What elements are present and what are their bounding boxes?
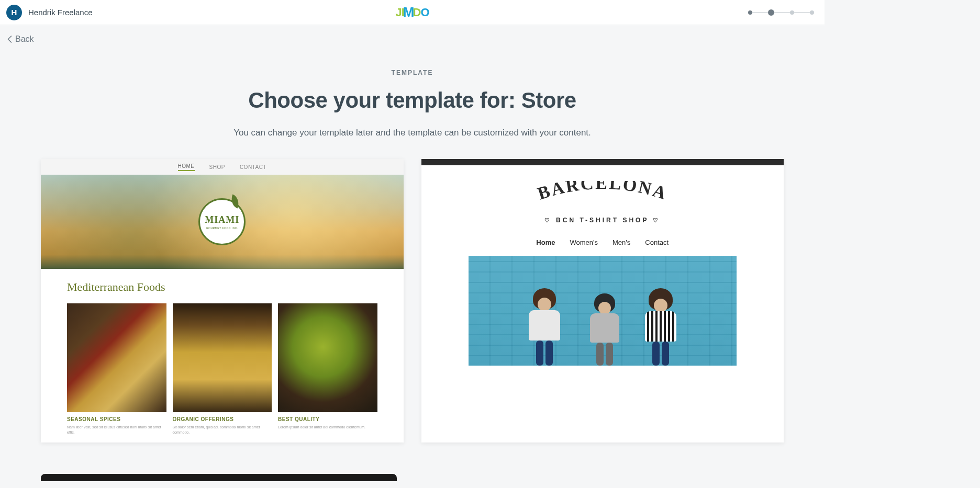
chevron-left-icon — [7, 36, 12, 43]
miami-col-title: SEASONAL SPICES — [67, 416, 166, 422]
back-row: Back — [0, 25, 825, 45]
progress-connector — [794, 12, 810, 13]
miami-preview-hero: MIAMI GOURMET FOOD INC. — [41, 175, 404, 269]
miami-nav-shop: SHOP — [209, 164, 225, 170]
page-title: Choose your template for: Store — [10, 88, 814, 113]
miami-col-text: Sit dolor sem etiam, quis ad, commodo mo… — [173, 425, 272, 435]
template-grid: HOME SHOP CONTACT MIAMI GOURMET FOOD INC… — [0, 159, 825, 458]
miami-logo-badge: MIAMI GOURMET FOOD INC. — [198, 198, 246, 245]
heart-icon: ♡ — [653, 217, 660, 224]
progress-step-2 — [768, 9, 774, 16]
miami-badge-name: MIAMI — [205, 214, 239, 225]
jimdo-logo[interactable]: J I M D O — [395, 4, 429, 20]
barcelona-preview-hero — [469, 256, 737, 366]
person-figure — [632, 288, 689, 366]
miami-badge-sub: GOURMET FOOD INC. — [206, 226, 238, 230]
heart-icon: ♡ — [544, 217, 552, 224]
miami-nav-home: HOME — [178, 163, 195, 171]
user-avatar[interactable]: H — [6, 5, 22, 20]
back-button[interactable]: Back — [7, 35, 34, 44]
miami-col-text: Lorem ipsum dolor sit amet adi commodo e… — [278, 425, 377, 430]
miami-nav-contact: CONTACT — [240, 164, 266, 170]
logo-letter: M — [403, 4, 414, 20]
barcelona-logo-wrap: BARCELONA — [432, 181, 774, 208]
progress-connector — [774, 12, 790, 13]
miami-col-title: ORGANIC OFFERINGS — [173, 416, 272, 422]
barcelona-nav-womens: Women's — [570, 239, 598, 246]
miami-heading: Mediterranean Foods — [67, 280, 377, 294]
progress-step-1 — [748, 10, 752, 15]
miami-image-pasta — [173, 303, 272, 412]
app-header: H Hendrik Freelance J I M D O — [0, 0, 825, 25]
barcelona-preview-topbar — [421, 159, 784, 165]
person-figure — [578, 293, 631, 366]
miami-col-spices: SEASONAL SPICES Nam liber velit, sed sit… — [67, 303, 166, 435]
progress-connector — [752, 12, 768, 13]
miami-col-text: Nam liber velit, sed sit ellusus diffuse… — [67, 425, 166, 435]
barcelona-logo: BARCELONA — [524, 181, 681, 206]
miami-image-olives — [278, 303, 377, 412]
progress-step-3 — [790, 10, 794, 15]
logo-letter: J — [395, 6, 401, 19]
logo-letter: D — [413, 6, 421, 19]
miami-col-quality: BEST QUALITY Lorem ipsum dolor sit amet … — [278, 303, 377, 435]
miami-preview-nav: HOME SHOP CONTACT — [41, 159, 404, 175]
miami-image-spices — [67, 303, 166, 412]
person-figure — [516, 288, 573, 366]
svg-text:BARCELONA: BARCELONA — [535, 181, 670, 203]
miami-col-organic: ORGANIC OFFERINGS Sit dolor sem etiam, q… — [173, 303, 272, 435]
barcelona-tagline-text: BCN T-SHIRT SHOP — [556, 217, 649, 224]
template-card-barcelona[interactable]: BARCELONA ♡ BCN T-SHIRT SHOP ♡ Home Wome… — [421, 159, 784, 442]
barcelona-nav-home: Home — [536, 239, 555, 246]
page-subtitle: You can change your template later and t… — [10, 128, 814, 138]
miami-preview-body: Mediterranean Foods SEASONAL SPICES Nam … — [41, 269, 404, 442]
progress-stepper — [748, 9, 814, 16]
leaf-icon — [229, 195, 241, 209]
barcelona-preview-nav: Home Women's Men's Contact — [432, 239, 774, 246]
miami-col-title: BEST QUALITY — [278, 416, 377, 422]
back-label: Back — [15, 35, 34, 44]
miami-columns: SEASONAL SPICES Nam liber velit, sed sit… — [67, 303, 377, 435]
user-name: Hendrik Freelance — [28, 8, 93, 17]
logo-letter: O — [420, 6, 429, 19]
hero-eyebrow: TEMPLATE — [10, 69, 814, 76]
barcelona-nav-contact: Contact — [645, 239, 669, 246]
barcelona-preview-body: BARCELONA ♡ BCN T-SHIRT SHOP ♡ Home Wome… — [421, 165, 784, 366]
template-card-miami[interactable]: HOME SHOP CONTACT MIAMI GOURMET FOOD INC… — [41, 159, 404, 442]
progress-step-4 — [810, 10, 814, 15]
barcelona-nav-mens: Men's — [612, 239, 630, 246]
template-card-peek[interactable] — [41, 474, 397, 481]
barcelona-tagline: ♡ BCN T-SHIRT SHOP ♡ — [432, 217, 774, 224]
page-hero: TEMPLATE Choose your template for: Store… — [0, 45, 825, 159]
